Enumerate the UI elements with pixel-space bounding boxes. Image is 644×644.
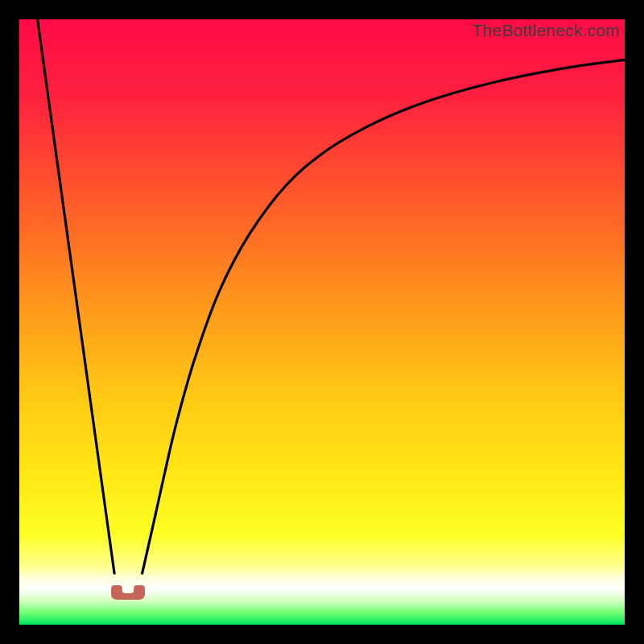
- trough-marker-shape: [111, 585, 145, 600]
- trough-marker: [109, 584, 147, 601]
- plot-area: TheBottleneck.com: [19, 19, 625, 625]
- bottleneck-curve: [19, 19, 625, 625]
- outer-frame: TheBottleneck.com: [0, 0, 644, 644]
- curve-right-branch: [142, 60, 625, 573]
- curve-left-branch: [38, 19, 115, 573]
